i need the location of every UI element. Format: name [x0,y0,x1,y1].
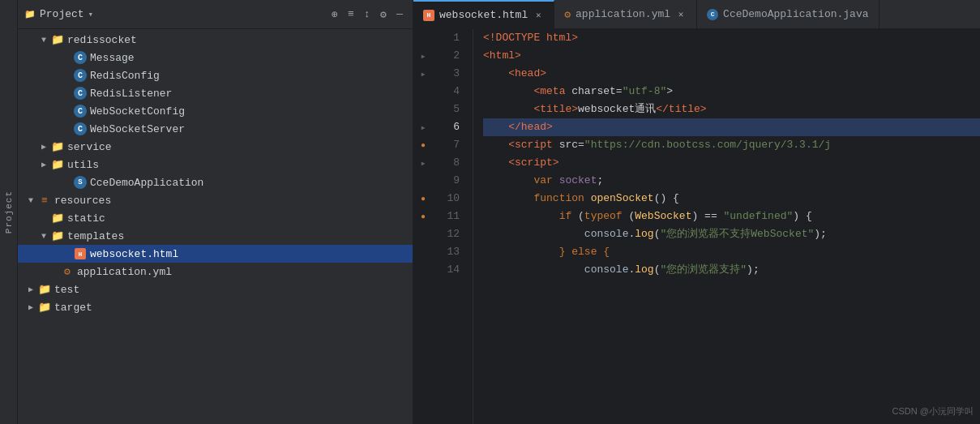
code-line: var socket; [483,172,980,190]
code-token: ) { [793,208,811,225]
code-token [483,136,508,154]
tab-application-yml[interactable]: ⚙ application.yml ✕ [554,0,697,28]
gutter-cell [413,172,433,190]
spring-boot-icon: S [74,176,87,189]
tab-websocket-html[interactable]: H websocket.html ✕ [413,0,554,28]
code-token: > [666,83,673,101]
tree-item-redissocket[interactable]: ▼ 📁 redissocket [18,31,413,49]
folder-icon: 📁 [50,229,65,243]
gutter-cell[interactable]: ▸ [413,65,433,83]
gutter: ▸ ▸ ▸ ● ▸ ● ● [413,29,433,424]
tree-item-message[interactable]: C Message [18,49,413,66]
sidebar-splitter[interactable] [409,0,413,424]
code-token: log [635,261,653,279]
tab-close-button[interactable]: ✕ [675,9,687,20]
code-token: "您的浏览器支持" [660,261,747,279]
code-line: </head> [483,118,980,136]
line-number: 9 [433,172,466,190]
sync-icon[interactable]: ⊕ [328,8,341,21]
code-line: <meta charset="utf-8"> [483,83,980,101]
code-line: <title>websocket通讯</title> [483,101,980,118]
code-token: ; [597,172,603,190]
code-token: typeof [584,208,623,225]
gutter-cell [413,225,433,243]
code-token: src= [553,136,584,154]
line-number: 14 [433,261,466,279]
folder-icon: 📁 [24,9,36,19]
gutter-cell[interactable]: ▸ [413,47,433,65]
sidebar-toolbar: 📁 Project ▾ ⊕ ≡ ↕ ⚙ — [18,0,413,29]
tree-item-redisconfig[interactable]: C RedisConfig [18,66,413,84]
code-token: "https://cdn.bootcss.com/jquery/3.3.1/j [584,136,831,154]
collapse-icon[interactable]: ≡ [344,8,357,21]
tree-item-ccedemo-app[interactable]: S CceDemoApplication [18,173,413,191]
code-token: </title> [656,101,706,118]
tree-item-resources[interactable]: ▼ ≡ resources [18,191,413,209]
tree-item-static[interactable]: 📁 static [18,209,413,227]
code-token [483,208,559,225]
code-token: <title> [533,101,578,118]
line-numbers: 1 2 3 4 5 6 7 8 9 10 11 12 13 14 [433,29,473,424]
tree-label: static [67,212,105,225]
code-token [584,190,591,208]
folder-icon: 📁 [50,157,65,172]
code-token [483,118,508,136]
tree-item-templates[interactable]: ▼ 📁 templates [18,227,413,245]
tree-item-test[interactable]: ▶ 📁 test [18,281,413,298]
code-token [483,243,559,261]
tab-ccedemo-java[interactable]: C CceDemoApplication.java [697,0,879,28]
sort-icon[interactable]: ↕ [361,8,374,21]
code-token [483,190,533,208]
gutter-cell-marker: ● [413,208,433,225]
code-token: WebSocket [635,208,691,225]
gear-icon[interactable]: ⚙ [377,8,390,21]
gutter-cell [413,83,433,101]
code-token: . [628,261,635,279]
java-class-icon: C [74,69,87,82]
gutter-cell [413,101,433,118]
code-token: socket [559,172,597,190]
code-line: } else { [483,243,980,261]
line-number: 5 [433,101,466,118]
project-tab-label: Project [4,191,14,233]
gutter-cell[interactable]: ▸ [413,154,433,172]
code-token: websocket通讯 [578,101,656,118]
folder-icon: 📁 [50,32,65,47]
tree-item-websocket-html[interactable]: H websocket.html [18,245,413,263]
line-number: 13 [433,243,466,261]
close-icon[interactable]: — [393,8,406,21]
folder-icon: 📁 [50,211,65,225]
project-tab[interactable]: Project [0,0,18,424]
tab-bar: H websocket.html ✕ ⚙ application.yml ✕ C… [413,0,980,29]
gutter-cell[interactable]: ▸ [413,118,433,136]
tree-label: service [67,141,112,153]
code-token [483,261,584,279]
code-token: ); [814,225,827,243]
tree-item-websocketconfig[interactable]: C WebSocketConfig [18,102,413,120]
code-token: openSocket [591,190,654,208]
tab-label: websocket.html [439,9,528,21]
code-token: ( [654,225,661,243]
watermark: CSDN @小沅同学叫 [892,405,974,418]
code-token: console [584,261,629,279]
tree-item-target[interactable]: ▶ 📁 target [18,298,413,316]
tab-java-icon: C [707,9,718,20]
code-token [483,225,584,243]
tree-item-websocketserver[interactable]: C WebSocketServer [18,120,413,138]
tree-label: websocket.html [90,248,178,260]
tree-item-redislistener[interactable]: C RedisListener [18,84,413,102]
tab-close-button[interactable]: ✕ [533,10,544,21]
tree-label: Message [90,52,135,64]
code-token: <script [508,136,553,154]
tree-label: resources [54,195,111,207]
tree-arrow: ▼ [24,196,37,205]
code-line: <html> [483,47,980,65]
yaml-file-icon: ⚙ [64,265,71,278]
tab-html-icon: H [423,10,434,21]
tree-item-service[interactable]: ▶ 📁 service [18,138,413,156]
java-class-icon: C [74,122,87,135]
tree-item-utils[interactable]: ▶ 📁 utils [18,156,413,173]
code-content[interactable]: <!DOCTYPE html> <html> <head> <meta char… [473,29,980,424]
sidebar-title: 📁 Project ▾ [24,8,93,20]
tree-item-application-yml[interactable]: ⚙ application.yml [18,263,413,281]
